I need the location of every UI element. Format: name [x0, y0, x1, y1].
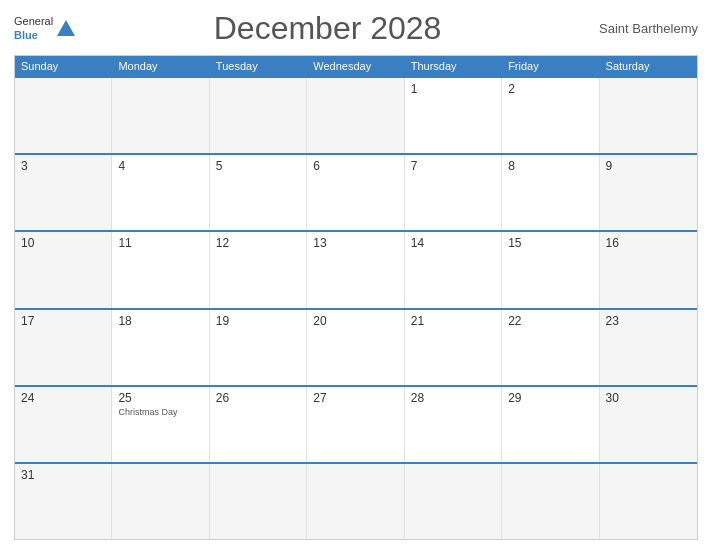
header: General Blue December 2028 Saint Barthel… [14, 10, 698, 47]
day-cell-15: 15 [502, 232, 599, 307]
week-row-1: 1 2 [15, 76, 697, 153]
day-number: 8 [508, 159, 592, 173]
header-friday: Friday [502, 56, 599, 76]
day-number: 5 [216, 159, 300, 173]
svg-marker-0 [57, 20, 75, 36]
day-cell-6: 6 [307, 155, 404, 230]
day-number: 11 [118, 236, 202, 250]
day-number: 13 [313, 236, 397, 250]
day-cell-11: 11 [112, 232, 209, 307]
day-number: 14 [411, 236, 495, 250]
day-cell-24: 24 [15, 387, 112, 462]
day-cell-empty [210, 464, 307, 539]
logo-blue: Blue [14, 29, 53, 42]
day-cell-2: 2 [502, 78, 599, 153]
header-wednesday: Wednesday [307, 56, 404, 76]
day-cell-18: 18 [112, 310, 209, 385]
day-number: 2 [508, 82, 592, 96]
day-number: 26 [216, 391, 300, 405]
day-cell [15, 78, 112, 153]
day-cell-31: 31 [15, 464, 112, 539]
day-cell-20: 20 [307, 310, 404, 385]
day-number: 31 [21, 468, 105, 482]
day-number: 16 [606, 236, 691, 250]
holiday-christmas: Christmas Day [118, 407, 202, 417]
weeks: 1 2 3 4 5 6 [15, 76, 697, 539]
region-label: Saint Barthelemy [578, 21, 698, 36]
day-cell-9: 9 [600, 155, 697, 230]
day-cell-empty [307, 464, 404, 539]
header-monday: Monday [112, 56, 209, 76]
day-cell-19: 19 [210, 310, 307, 385]
day-number: 18 [118, 314, 202, 328]
week-row-4: 17 18 19 20 21 22 23 [15, 308, 697, 385]
day-number: 9 [606, 159, 691, 173]
day-number: 30 [606, 391, 691, 405]
day-cell-21: 21 [405, 310, 502, 385]
day-cell-5: 5 [210, 155, 307, 230]
day-number: 25 [118, 391, 202, 405]
logo-general: General [14, 15, 53, 28]
header-sunday: Sunday [15, 56, 112, 76]
day-cell-empty [502, 464, 599, 539]
week-row-5: 24 25 Christmas Day 26 27 28 29 [15, 385, 697, 462]
day-cell [210, 78, 307, 153]
day-number: 12 [216, 236, 300, 250]
day-number: 24 [21, 391, 105, 405]
day-cell-14: 14 [405, 232, 502, 307]
header-saturday: Saturday [600, 56, 697, 76]
day-cell-29: 29 [502, 387, 599, 462]
day-number: 28 [411, 391, 495, 405]
week-row-6: 31 [15, 462, 697, 539]
day-cell-3: 3 [15, 155, 112, 230]
day-cell-4: 4 [112, 155, 209, 230]
day-number: 23 [606, 314, 691, 328]
day-cell-22: 22 [502, 310, 599, 385]
day-number: 21 [411, 314, 495, 328]
day-cell-13: 13 [307, 232, 404, 307]
day-cell-30: 30 [600, 387, 697, 462]
week-row-2: 3 4 5 6 7 8 9 [15, 153, 697, 230]
day-number: 3 [21, 159, 105, 173]
day-cell-1: 1 [405, 78, 502, 153]
day-number: 29 [508, 391, 592, 405]
month-title: December 2028 [77, 10, 578, 47]
day-number: 19 [216, 314, 300, 328]
day-number: 1 [411, 82, 495, 96]
header-thursday: Thursday [405, 56, 502, 76]
day-cell-7: 7 [405, 155, 502, 230]
header-tuesday: Tuesday [210, 56, 307, 76]
day-cell-27: 27 [307, 387, 404, 462]
day-cell-26: 26 [210, 387, 307, 462]
day-number: 4 [118, 159, 202, 173]
calendar-grid: Sunday Monday Tuesday Wednesday Thursday… [14, 55, 698, 540]
day-cell-10: 10 [15, 232, 112, 307]
day-cell-empty [405, 464, 502, 539]
day-cell-12: 12 [210, 232, 307, 307]
day-cell-16: 16 [600, 232, 697, 307]
day-number: 6 [313, 159, 397, 173]
day-number: 27 [313, 391, 397, 405]
day-cell-17: 17 [15, 310, 112, 385]
day-cell-25: 25 Christmas Day [112, 387, 209, 462]
day-number: 22 [508, 314, 592, 328]
day-number: 15 [508, 236, 592, 250]
day-cell-empty [600, 464, 697, 539]
calendar-container: General Blue December 2028 Saint Barthel… [0, 0, 712, 550]
day-cell-8: 8 [502, 155, 599, 230]
logo: General Blue [14, 15, 77, 41]
day-number: 7 [411, 159, 495, 173]
day-cell [307, 78, 404, 153]
day-cell-23: 23 [600, 310, 697, 385]
day-headers-row: Sunday Monday Tuesday Wednesday Thursday… [15, 56, 697, 76]
week-row-3: 10 11 12 13 14 15 16 [15, 230, 697, 307]
day-number: 17 [21, 314, 105, 328]
day-cell-sat [600, 78, 697, 153]
logo-flag-icon [55, 18, 77, 40]
day-cell [112, 78, 209, 153]
day-number: 20 [313, 314, 397, 328]
day-cell-empty [112, 464, 209, 539]
day-cell-28: 28 [405, 387, 502, 462]
day-number: 10 [21, 236, 105, 250]
